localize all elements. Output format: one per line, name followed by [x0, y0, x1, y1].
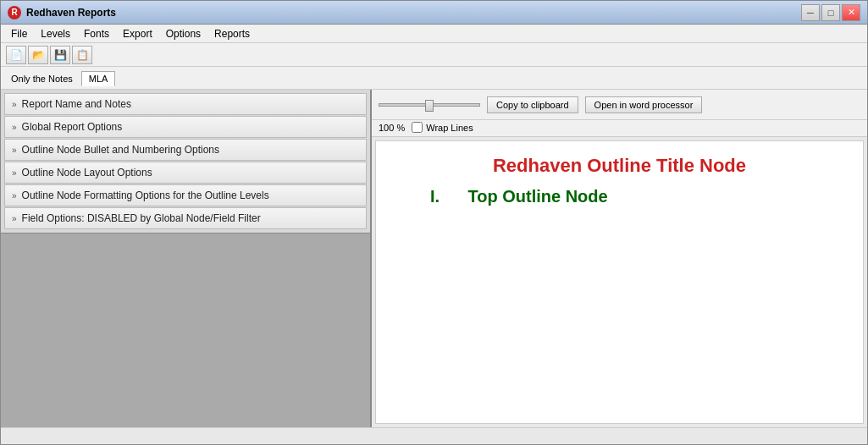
menu-options[interactable]: Options [159, 26, 207, 41]
content-area: Redhaven Outline Title Node I. Top Outli… [375, 140, 864, 424]
menu-reports[interactable]: Reports [207, 26, 257, 41]
title-bar-left: R Redhaven Reports [8, 6, 116, 19]
wrap-lines-label: Wrap Lines [426, 123, 473, 133]
copy-to-clipboard-button[interactable]: Copy to clipboard [487, 96, 578, 113]
window-controls: ─ □ ✕ [801, 4, 860, 21]
zoom-row: 100 % Wrap Lines [372, 120, 867, 137]
tab-mla[interactable]: MLA [81, 71, 116, 86]
tab-bar-label: Only the Notes [4, 72, 80, 85]
accordion-item-5[interactable]: » Field Options: DISABLED by Global Node… [4, 207, 367, 229]
right-panel: Copy to clipboard Open in word processor… [372, 90, 867, 427]
copy-icon: 📋 [76, 49, 89, 61]
accordion-item-4[interactable]: » Outline Node Formatting Options for th… [4, 184, 367, 206]
open-button[interactable]: 📂 [28, 46, 48, 64]
wrap-lines-checkbox[interactable] [412, 122, 423, 133]
accordion-list: » Report Name and Notes » Global Report … [1, 90, 370, 233]
outline-item-number: I. [430, 187, 440, 206]
window-title: Redhaven Reports [26, 7, 116, 19]
zoom-value-label: 100 % [379, 123, 405, 133]
new-button[interactable]: 📄 [6, 46, 26, 64]
accordion-label-2: Outline Node Bullet and Numbering Option… [22, 144, 219, 156]
menu-file[interactable]: File [4, 26, 34, 41]
save-icon: 💾 [54, 49, 67, 61]
accordion-label-4: Outline Node Formatting Options for the … [22, 190, 269, 201]
save-button[interactable]: 💾 [50, 46, 70, 64]
menu-bar: File Levels Fonts Export Options Reports [1, 25, 867, 43]
accordion-item-3[interactable]: » Outline Node Layout Options [4, 162, 367, 184]
wrap-lines-container: Wrap Lines [412, 122, 473, 133]
accordion-item-0[interactable]: » Report Name and Notes [4, 93, 367, 115]
chevron-right-icon: » [12, 123, 17, 132]
accordion-label-0: Report Name and Notes [22, 98, 131, 110]
title-bar: R Redhaven Reports ─ □ ✕ [1, 1, 867, 25]
left-panel-empty-area [1, 233, 370, 427]
outline-title: Redhaven Outline Title Node [396, 155, 843, 177]
status-bar [1, 427, 867, 444]
new-icon: 📄 [10, 49, 23, 61]
chevron-right-icon: » [12, 100, 17, 109]
accordion-label-3: Outline Node Layout Options [22, 167, 152, 179]
right-toolbar: Copy to clipboard Open in word processor [372, 90, 867, 120]
close-button[interactable]: ✕ [842, 4, 860, 21]
menu-export[interactable]: Export [116, 26, 159, 41]
chevron-right-icon: » [12, 146, 17, 155]
accordion-label-5: Field Options: DISABLED by Global Node/F… [22, 212, 261, 224]
outline-item-0: I. Top Outline Node [430, 187, 843, 206]
main-window: R Redhaven Reports ─ □ ✕ File Levels Fon… [0, 0, 868, 445]
accordion-label-1: Global Report Options [22, 121, 123, 133]
slider-thumb [425, 100, 434, 112]
minimize-button[interactable]: ─ [801, 4, 820, 21]
open-icon: 📂 [32, 49, 45, 61]
accordion-item-1[interactable]: » Global Report Options [4, 116, 367, 138]
menu-levels[interactable]: Levels [34, 26, 77, 41]
accordion-item-2[interactable]: » Outline Node Bullet and Numbering Opti… [4, 139, 367, 161]
copy-button[interactable]: 📋 [72, 46, 92, 64]
left-panel: » Report Name and Notes » Global Report … [1, 90, 372, 427]
maximize-button[interactable]: □ [821, 4, 840, 21]
chevron-right-icon: » [12, 214, 17, 223]
outline-item-text: Top Outline Node [467, 187, 607, 206]
menu-fonts[interactable]: Fonts [77, 26, 116, 41]
chevron-right-icon: » [12, 191, 17, 201]
app-icon: R [8, 6, 21, 19]
tab-bar: Only the Notes MLA [1, 67, 867, 89]
chevron-right-icon: » [12, 168, 17, 178]
open-word-processor-button[interactable]: Open in word processor [585, 96, 703, 113]
slider-container [379, 103, 480, 107]
toolbar: 📄 📂 💾 📋 [1, 43, 867, 67]
main-content: » Report Name and Notes » Global Report … [1, 89, 867, 427]
zoom-slider[interactable] [379, 103, 480, 107]
